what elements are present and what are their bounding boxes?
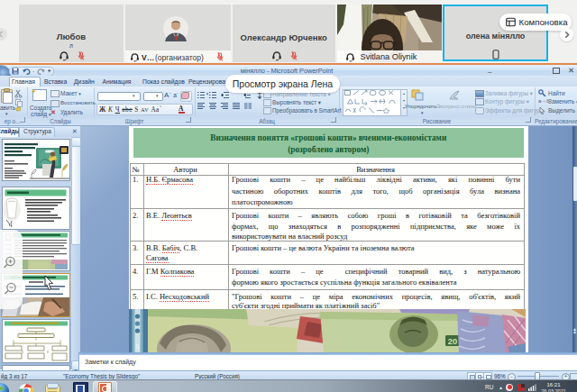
svg-text:20: 20 bbox=[448, 336, 458, 346]
svg-text:5: 5 bbox=[135, 342, 140, 351]
